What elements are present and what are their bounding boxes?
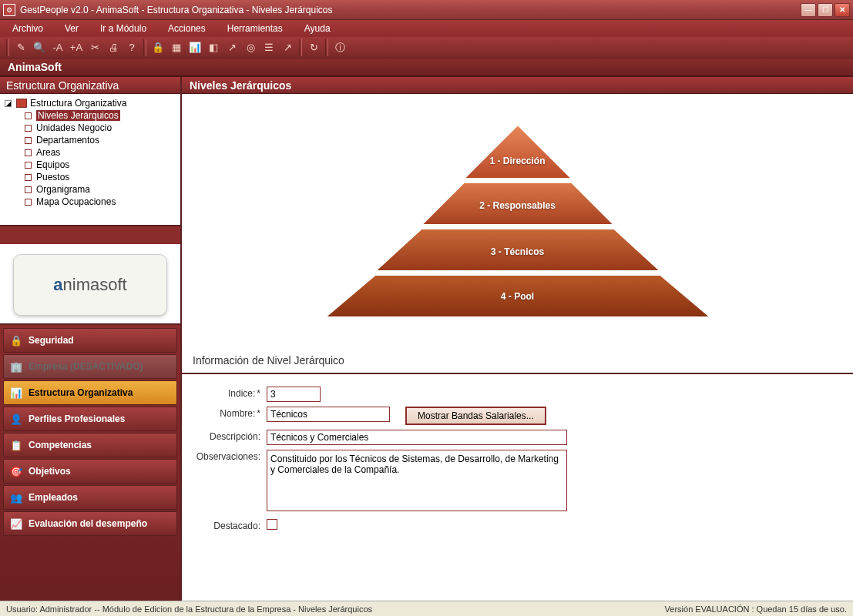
- toolbar-separator: [6, 39, 9, 56]
- module-icon[interactable]: ◧: [205, 39, 222, 56]
- svg-marker-0: [464, 125, 572, 179]
- menu-ayuda[interactable]: Ayuda: [298, 22, 337, 35]
- nav-competencias[interactable]: 📋Competencias: [3, 433, 177, 457]
- status-right: Versión EVALUACIÓN : Quedan 15 días de u…: [665, 604, 847, 614]
- label-indice: Indice:*: [193, 387, 267, 399]
- people-icon: 👥: [10, 491, 22, 504]
- label-nombre: Nombre:*: [193, 407, 267, 419]
- observaciones-field[interactable]: [267, 450, 567, 511]
- graph-icon: 📈: [10, 517, 22, 530]
- node-icon: [25, 186, 32, 193]
- menu-archivo[interactable]: Archivo: [6, 22, 49, 35]
- nav-seguridad[interactable]: 🔒Seguridad: [3, 328, 177, 353]
- indice-field[interactable]: [267, 387, 321, 402]
- tree-item-departamentos[interactable]: Departamentos: [25, 134, 176, 146]
- print-icon[interactable]: 🖨: [105, 39, 122, 56]
- menu-acciones[interactable]: Acciones: [162, 22, 212, 35]
- user-icon: 👤: [10, 413, 22, 425]
- target-icon[interactable]: ◎: [242, 39, 259, 56]
- nav-evaluacion[interactable]: 📈Evaluación del desempeño: [3, 511, 177, 536]
- help-icon[interactable]: ?: [123, 39, 140, 56]
- chart-icon: 📊: [10, 387, 22, 399]
- lock-icon[interactable]: 🔒: [149, 39, 166, 56]
- node-icon: [25, 125, 32, 132]
- sidebar: Estructura Organizativa ◢ Estructura Org…: [0, 77, 182, 601]
- font-inc-icon[interactable]: +A: [68, 39, 85, 56]
- label-descripcion: Descripción:: [193, 430, 267, 442]
- nav-perfiles[interactable]: 👤Perfiles Profesionales: [3, 407, 177, 431]
- tree-root-label: Estructura Organizativa: [30, 98, 126, 109]
- grid-icon[interactable]: ▦: [168, 39, 185, 56]
- tree-item-niveles[interactable]: Niveles Jerárquicos: [25, 109, 176, 122]
- node-icon: [25, 149, 32, 156]
- pyramid-level-4[interactable]: 4 - Pool: [279, 291, 757, 302]
- collapse-icon[interactable]: ◢: [5, 100, 12, 107]
- nav-empresa[interactable]: 🏢Empresa (DESACTIVADO): [3, 354, 177, 379]
- toolbar-separator: [299, 39, 302, 56]
- toolbar: ✎ 🔍 -A +A ✂ 🖨 ? 🔒 ▦ 📊 ◧ ↗ ◎ ☰ ↗ ↻ ⓘ: [0, 37, 853, 59]
- pyramid: 1 - Dirección 2 - Responsables 3 - Técni…: [279, 117, 757, 325]
- font-dec-icon[interactable]: -A: [49, 39, 66, 56]
- window-title: GestPeople v2.0 - AnimaSoft - Estructura…: [20, 5, 801, 15]
- info-icon[interactable]: ⓘ: [331, 39, 348, 56]
- expand-icon[interactable]: ↗: [279, 39, 296, 56]
- pyramid-level-3[interactable]: 3 - Técnicos: [279, 246, 757, 257]
- nav-panel: 🔒Seguridad 🏢Empresa (DESACTIVADO) 📊Estru…: [0, 325, 180, 601]
- label-observaciones: Observaciones:: [193, 450, 267, 462]
- menu-ir-modulo[interactable]: Ir a Módulo: [94, 22, 153, 35]
- node-icon: [25, 199, 32, 206]
- form-title: Información de Nivel Jerárquico: [182, 348, 853, 373]
- tree-item-mapa[interactable]: Mapa Ocupaciones: [25, 196, 176, 208]
- status-left: Usuario: Administrador -- Módulo de Edic…: [6, 604, 372, 614]
- node-icon: [25, 174, 32, 181]
- tree-item-areas[interactable]: Areas: [25, 146, 176, 159]
- maximize-button[interactable]: ☐: [818, 3, 833, 17]
- toolbar-separator: [143, 39, 146, 56]
- export-icon[interactable]: ↗: [223, 39, 240, 56]
- target-icon: 🎯: [10, 465, 22, 477]
- nav-estructura[interactable]: 📊Estructura Organizativa: [3, 380, 177, 405]
- building-icon: 🏢: [10, 360, 22, 373]
- menu-herramientas[interactable]: Herramientas: [221, 22, 289, 35]
- clipboard-icon: 📋: [10, 439, 22, 451]
- app-icon: ⚙: [3, 4, 15, 16]
- menubar: Archivo Ver Ir a Módulo Acciones Herrami…: [0, 20, 853, 37]
- edit-icon[interactable]: ✎: [12, 39, 29, 56]
- tree-root[interactable]: ◢ Estructura Organizativa: [5, 97, 176, 109]
- descripcion-field[interactable]: [267, 430, 567, 445]
- titlebar: ⚙ GestPeople v2.0 - AnimaSoft - Estructu…: [0, 0, 853, 20]
- list-icon[interactable]: ☰: [260, 39, 277, 56]
- nav-empleados[interactable]: 👥Empleados: [3, 485, 177, 510]
- minimize-button[interactable]: —: [801, 3, 816, 17]
- node-icon: [25, 112, 32, 119]
- label-destacado: Destacado:: [193, 519, 267, 531]
- refresh-icon[interactable]: ↻: [305, 39, 322, 56]
- zoom-icon[interactable]: 🔍: [31, 39, 48, 56]
- menu-ver[interactable]: Ver: [59, 22, 85, 35]
- destacado-checkbox[interactable]: [267, 519, 277, 530]
- tree-view: ◢ Estructura Organizativa Niveles Jerárq…: [0, 94, 180, 225]
- close-button[interactable]: ✕: [835, 3, 850, 17]
- nav-objetivos[interactable]: 🎯Objetivos: [3, 459, 177, 484]
- form-area: Indice:* Nombre:* Mostrar Bandas Salaria…: [182, 373, 853, 601]
- tree-item-organigrama[interactable]: Organigrama: [25, 183, 176, 196]
- logo-text: animasoft: [53, 275, 126, 295]
- pyramid-level-2[interactable]: 2 - Responsables: [279, 200, 757, 211]
- cut-icon[interactable]: ✂: [86, 39, 103, 56]
- nombre-field[interactable]: [267, 407, 390, 422]
- sidebar-header: Estructura Organizativa: [0, 77, 180, 94]
- lock-icon: 🔒: [10, 334, 22, 346]
- logo-area: animasoft: [0, 225, 180, 325]
- tree-item-equipos[interactable]: Equipos: [25, 159, 176, 171]
- content: Niveles Jerárquicos 1 - Dirección 2: [182, 77, 853, 601]
- pyramid-level-1[interactable]: 1 - Dirección: [279, 156, 757, 166]
- tree-item-unidades[interactable]: Unidades Negocio: [25, 122, 176, 134]
- pyramid-area: 1 - Dirección 2 - Responsables 3 - Técni…: [182, 94, 853, 348]
- node-icon: [25, 162, 32, 169]
- chart-icon[interactable]: 📊: [186, 39, 203, 56]
- org-icon: [16, 99, 27, 108]
- tree-item-puestos[interactable]: Puestos: [25, 171, 176, 183]
- mostrar-bandas-button[interactable]: Mostrar Bandas Salariales...: [405, 407, 546, 425]
- content-header: Niveles Jerárquicos: [182, 77, 853, 94]
- node-icon: [25, 137, 32, 144]
